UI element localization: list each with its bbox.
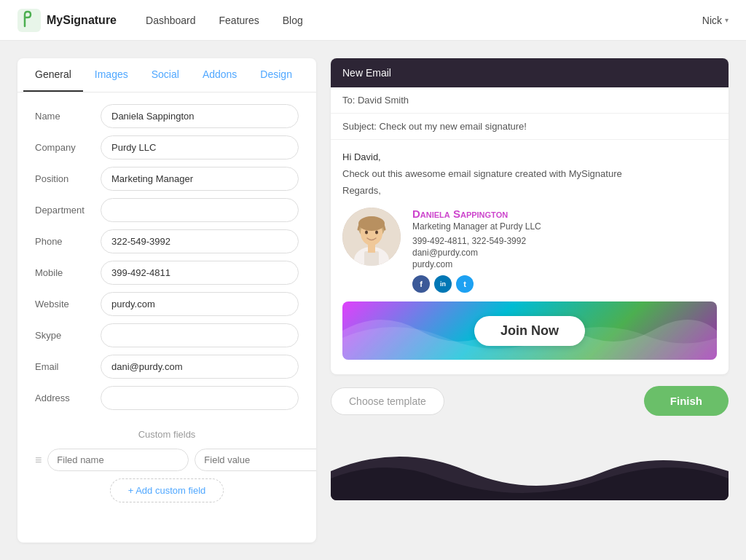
form-row-address: Address [35, 386, 299, 410]
input-website[interactable] [101, 292, 299, 316]
custom-fields-section: Custom fields ≡ × + Add custom field [17, 429, 316, 502]
wave-decoration [331, 427, 729, 500]
label-position: Position [35, 173, 101, 184]
label-department: Department [35, 205, 101, 216]
email-subject-field: Subject: Check out my new email signatur… [331, 114, 729, 140]
bottom-wave-svg [331, 427, 729, 500]
label-email: Email [35, 361, 101, 372]
drag-handle-icon[interactable]: ≡ [35, 454, 42, 467]
form-row-department: Department [35, 198, 299, 222]
form-row-position: Position [35, 167, 299, 191]
signature-info: Daniela Sappington Marketing Manager at … [412, 208, 541, 293]
facebook-icon: f [412, 275, 430, 293]
avatar-illustration [342, 208, 401, 266]
avatar [342, 208, 401, 266]
email-greeting: Hi David, [342, 151, 717, 162]
tab-images[interactable]: Images [83, 58, 140, 92]
custom-field-value-input[interactable] [195, 449, 316, 471]
signature-block: Daniela Sappington Marketing Manager at … [342, 208, 717, 293]
tab-design[interactable]: Design [248, 58, 304, 92]
sig-website: purdy.com [412, 259, 541, 269]
sig-name: Daniela Sappington [412, 208, 541, 220]
email-preview: New Email To: David Smith Subject: Check… [331, 58, 729, 374]
form-row-mobile: Mobile [35, 261, 299, 285]
email-window-title: New Email [331, 58, 729, 87]
profile-form: Name Company Position Department Phone M [17, 92, 316, 429]
custom-fields-title: Custom fields [35, 429, 299, 440]
form-row-skype: Skype [35, 323, 299, 347]
label-mobile: Mobile [35, 267, 101, 278]
main-nav: Dashboard Features Blog [146, 15, 702, 26]
label-skype: Skype [35, 330, 101, 341]
label-company: Company [35, 142, 101, 153]
email-banner: Join Now [342, 301, 717, 360]
svg-rect-7 [368, 244, 375, 253]
input-phone[interactable] [101, 229, 299, 253]
tab-social[interactable]: Social [140, 58, 191, 92]
email-body-text: Check out this awesome email signature c… [342, 168, 717, 179]
sig-email: dani@purdy.com [412, 248, 541, 258]
bottom-action-bar: Choose template Finish [331, 386, 729, 416]
input-address[interactable] [101, 386, 299, 410]
custom-field-row: ≡ × [35, 449, 299, 471]
logo[interactable]: MySignature [17, 9, 117, 32]
tabs-bar: General Images Social Addons Design [17, 58, 316, 92]
input-company[interactable] [101, 135, 299, 159]
sig-title: Marketing Manager at Purdy LLC [412, 221, 541, 232]
finish-button[interactable]: Finish [644, 386, 729, 416]
email-body: Hi David, Check out this awesome email s… [331, 140, 729, 374]
label-name: Name [35, 111, 101, 122]
input-email[interactable] [101, 355, 299, 379]
add-custom-field-button[interactable]: + Add custom field [110, 478, 224, 502]
main-content: General Images Social Addons Design Name… [0, 41, 746, 560]
input-mobile[interactable] [101, 261, 299, 285]
form-row-phone: Phone [35, 229, 299, 253]
svg-point-4 [358, 216, 385, 231]
twitter-icon: t [456, 275, 474, 293]
svg-rect-6 [364, 251, 379, 266]
svg-point-9 [375, 231, 378, 234]
user-menu[interactable]: Nick ▾ [702, 15, 729, 26]
sig-phone: 399-492-4811, 322-549-3992 [412, 236, 541, 246]
form-row-company: Company [35, 135, 299, 159]
left-panel: General Images Social Addons Design Name… [17, 58, 316, 543]
nav-blog[interactable]: Blog [283, 15, 303, 26]
right-panel: New Email To: David Smith Subject: Check… [331, 58, 729, 543]
input-name[interactable] [101, 104, 299, 128]
label-website: Website [35, 299, 101, 309]
label-address: Address [35, 393, 101, 403]
email-to-field: To: David Smith [331, 87, 729, 114]
logo-text: MySignature [47, 14, 117, 27]
choose-template-button[interactable]: Choose template [331, 387, 444, 415]
sig-social-icons: f in t [412, 275, 541, 293]
svg-point-8 [365, 231, 368, 234]
tab-addons[interactable]: Addons [191, 58, 248, 92]
input-skype[interactable] [101, 323, 299, 347]
app-header: MySignature Dashboard Features Blog Nick… [0, 0, 746, 41]
input-department[interactable] [101, 198, 299, 222]
form-row-name: Name [35, 104, 299, 128]
banner-cta-button[interactable]: Join Now [474, 316, 585, 346]
form-row-email: Email [35, 355, 299, 379]
tab-general[interactable]: General [23, 58, 83, 92]
user-name: Nick [702, 15, 722, 26]
chevron-down-icon: ▾ [725, 16, 729, 24]
logo-icon [17, 9, 41, 32]
nav-dashboard[interactable]: Dashboard [146, 15, 196, 26]
custom-field-name-input[interactable] [47, 449, 189, 471]
form-row-website: Website [35, 292, 299, 316]
nav-features[interactable]: Features [219, 15, 259, 26]
label-phone: Phone [35, 236, 101, 247]
input-position[interactable] [101, 167, 299, 191]
email-regards: Regards, [342, 185, 717, 196]
linkedin-icon: in [434, 275, 452, 293]
